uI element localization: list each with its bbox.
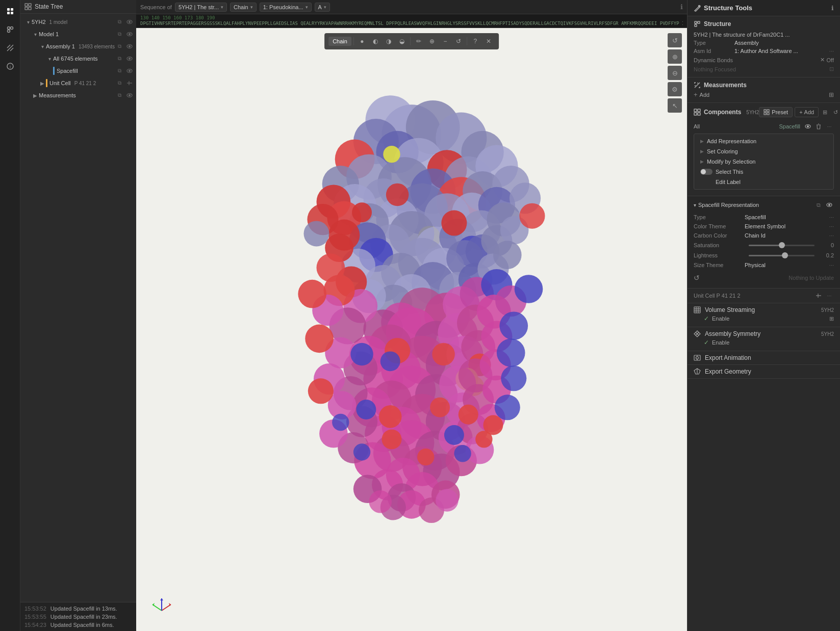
svg-point-4 [7,27,10,30]
repr-size-theme-more[interactable]: ··· [829,262,834,268]
vp-pencil-btn[interactable]: ✏ [413,35,425,47]
tree-copy-5yh2[interactable]: ⧉ [115,17,124,27]
context-toggle-select[interactable] [700,169,712,175]
context-edit-label[interactable]: Edit Label [694,177,833,187]
lightness-thumb[interactable] [782,252,788,258]
svg-rect-2 [7,12,10,14]
struct-name-input[interactable] [694,32,834,38]
tree-eye-unitcell[interactable] [125,78,134,88]
tree-eye-model1[interactable] [125,30,134,39]
comp-delete-btn[interactable] [814,122,823,131]
vp-sphere-half-btn[interactable]: ◐ [369,35,381,47]
context-modify-selection[interactable]: ▶ Modify by Selection [694,156,833,167]
comp-settings-btn[interactable]: ⊞ [821,108,829,117]
vp-select-btn[interactable]: ↖ [668,98,682,113]
tree-eye-all6745[interactable] [125,54,134,63]
tree-eye-5yh2[interactable] [125,17,134,27]
comp-history-btn[interactable]: ↺ [831,108,840,117]
volume-streaming-section[interactable]: Volume Streaming 5YH2 ✓ Enable ⊞ [688,303,840,327]
repr-copy-btn[interactable]: ⧉ [814,200,823,209]
viewport-toolbar: Chain ● ◐ ◑ ◒ ✏ ⊕ − ↺ ? ✕ [324,33,499,49]
comp-eye-btn[interactable] [803,122,812,131]
tree-copy-spacefill[interactable]: ⧉ [115,66,124,75]
tree-item-assembly1[interactable]: ▾ Assembly 1 13493 elements ⧉ [20,40,136,52]
sidebar-measure-icon[interactable] [2,40,18,56]
tree-eye-measurements[interactable] [125,91,134,100]
seq-dropdown-1[interactable]: 1: Pseudokina... ▾ [260,3,312,12]
context-add-repr[interactable]: ▶ Add Representation [694,136,833,146]
vp-rotate-btn[interactable]: ↺ [452,35,465,47]
dynamic-bonds-x[interactable]: ✕ [820,57,825,63]
tree-copy-unitcell[interactable]: ⧉ [115,78,124,88]
vp-sphere-half2-btn[interactable]: ◑ [383,35,395,47]
lightness-slider[interactable] [749,255,814,256]
vp-sep-1 [353,37,354,45]
saturation-thumb[interactable] [779,242,785,248]
vp-chain-btn[interactable]: Chain [328,37,351,46]
preset-btn[interactable]: Preset [759,107,793,117]
seq-dropdown-5yh2[interactable]: 5YH2 | The str... ▾ [175,3,227,12]
vp-sphere-solid-btn[interactable]: ● [356,35,368,47]
vp-close-btn[interactable]: ✕ [482,35,495,47]
repr-color-theme-more[interactable]: ··· [829,223,834,229]
seq-info-icon[interactable]: ℹ [680,3,683,11]
vp-zoom-out-btn[interactable]: ⊖ [668,66,682,80]
vp-zoom-in-btn[interactable]: ⊕ [668,49,682,64]
sidebar-info-icon[interactable]: i [2,58,18,74]
vp-sphere-qtr-btn[interactable]: ◒ [396,35,408,47]
assembly-symmetry-section[interactable]: Assembly Symmetry 5YH2 ✓ Enable [688,327,840,351]
svg-point-95 [493,241,522,270]
uc-more-btn[interactable]: ··· [825,291,834,300]
vol-settings-icon[interactable]: ⊞ [829,316,834,322]
focus-icon[interactable]: ⊡ [829,66,834,72]
svg-rect-208 [694,109,697,112]
panel-info-icon[interactable]: ℹ [831,5,834,12]
tree-copy-model1[interactable]: ⧉ [115,30,124,39]
ms-settings-icon[interactable]: ⊞ [829,91,834,98]
vp-minus-btn[interactable]: − [439,35,451,47]
vp-help-btn[interactable]: ? [469,35,481,47]
tree-item-spacefill[interactable]: Spacefill ⧉ [20,65,136,77]
tree-expand-unitcell[interactable]: ▶ [39,80,46,87]
tree-item-measurements[interactable]: ▶ Measurements ⧉ [20,89,136,101]
context-set-coloring[interactable]: ▶ Set Coloring [694,146,833,156]
svg-point-177 [379,406,402,429]
tree-item-unitcell[interactable]: ▶ Unit Cell P 41 21 2 ⧉ [20,77,136,89]
repr-type-more[interactable]: ··· [829,214,834,220]
tree-expand-measurements[interactable]: ▶ [32,92,39,99]
tree-eye-assembly1[interactable] [125,42,134,51]
repr-carbon-color-more[interactable]: ··· [829,232,834,239]
context-select-this[interactable]: Select This [694,167,833,177]
tree-copy-all6745[interactable]: ⧉ [115,54,124,63]
export-geometry-section[interactable]: Export Geometry [688,365,840,379]
sidebar-chain-icon[interactable] [2,21,18,38]
sidebar-home-icon[interactable] [2,3,18,19]
seq-dropdown-a[interactable]: A ▾ [315,3,330,12]
uc-eye-btn[interactable] [814,291,823,300]
tree-expand-5yh2[interactable]: ▾ [24,18,32,25]
repr-triangle[interactable]: ▾ [694,202,696,208]
add-component-btn[interactable]: + Add [795,107,819,117]
saturation-slider[interactable] [749,245,814,246]
ms-add-icon[interactable]: + [694,91,698,98]
svg-point-188 [454,445,471,462]
vp-reset-btn[interactable]: ↺ [668,33,682,47]
update-refresh-btn[interactable]: ↺ [694,274,700,282]
vp-settings-btn[interactable]: ⚙ [668,82,682,96]
tree-expand-assembly1[interactable]: ▾ [39,43,46,50]
seq-dropdown-chain[interactable]: Chain ▾ [230,3,257,12]
comp-more-btn[interactable]: ··· [825,122,834,131]
vp-target-btn[interactable]: ⊕ [426,35,438,47]
asmid-more-btn[interactable]: ··· [829,48,834,54]
tree-expand-model1[interactable]: ▾ [32,31,39,38]
viewport: Chain ● ◐ ◑ ◒ ✏ ⊕ − ↺ ? ✕ ↺ ⊕ ⊖ ⚙ ↖ [136,28,687,631]
tree-eye-spacefill[interactable] [125,66,134,75]
tree-item-model1[interactable]: ▾ Model 1 ⧉ [20,28,136,40]
tree-item-5yh2[interactable]: ▾ 5YH2 1 model ⧉ [20,16,136,28]
tree-item-all6745[interactable]: ▾ All 6745 elements ⧉ [20,52,136,65]
export-animation-section[interactable]: Export Animation [688,351,840,365]
tree-copy-measurements[interactable]: ⧉ [115,91,124,100]
repr-eye-btn[interactable] [825,200,834,209]
tree-copy-assembly1[interactable]: ⧉ [115,42,124,51]
tree-expand-all6745[interactable]: ▾ [46,55,53,62]
